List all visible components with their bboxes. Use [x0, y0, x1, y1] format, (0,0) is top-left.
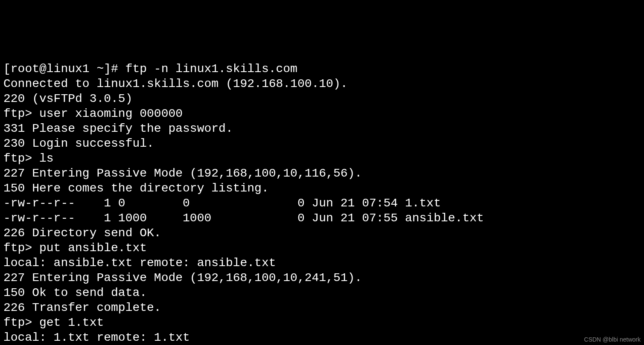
ftp-connected-line: Connected to linux1.skills.com (192.168.…	[3, 76, 641, 91]
ftp-directory-send-ok: 226 Directory send OK.	[3, 226, 641, 241]
ftp-ls-command-line: ftp> ls	[3, 151, 641, 166]
ftp-put-command-line: ftp> put ansible.txt	[3, 241, 641, 255]
ftp-banner-line: 220 (vsFTPd 3.0.5)	[3, 91, 641, 106]
ftp-login-success-line: 230 Login successful.	[3, 136, 641, 151]
shell-prompt-line: [root@linux1 ~]# ftp -n linux1.skills.co…	[3, 61, 641, 76]
ftp-local-remote-line: local: 1.txt remote: 1.txt	[3, 330, 641, 345]
ftp-user-command-line: ftp> user xiaoming 000000	[3, 106, 641, 121]
ftp-transfer-complete-line: 226 Transfer complete.	[3, 300, 641, 315]
ftp-ok-send-line: 150 Ok to send data.	[3, 285, 641, 300]
ftp-file-entry: -rw-r--r-- 1 1000 1000 0 Jun 21 07:55 an…	[3, 211, 641, 226]
ftp-directory-listing-header: 150 Here comes the directory listing.	[3, 181, 641, 196]
terminal-output[interactable]: [root@linux1 ~]# ftp -n linux1.skills.co…	[3, 61, 641, 345]
watermark-text: CSDN @blbi network	[584, 336, 641, 344]
ftp-password-prompt-line: 331 Please specify the password.	[3, 121, 641, 136]
ftp-passive-mode-line: 227 Entering Passive Mode (192,168,100,1…	[3, 166, 641, 181]
ftp-passive-mode-line: 227 Entering Passive Mode (192,168,100,1…	[3, 270, 641, 285]
ftp-file-entry: -rw-r--r-- 1 0 0 0 Jun 21 07:54 1.txt	[3, 196, 641, 211]
ftp-local-remote-line: local: ansible.txt remote: ansible.txt	[3, 255, 641, 270]
ftp-get-command-line: ftp> get 1.txt	[3, 315, 641, 330]
